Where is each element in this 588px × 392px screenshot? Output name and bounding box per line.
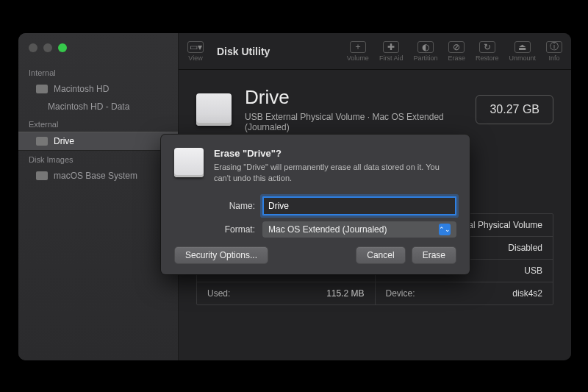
toolbar-label: Restore <box>476 54 499 62</box>
first-aid-icon: ✚ <box>383 41 399 53</box>
partition-icon: ◐ <box>417 41 434 53</box>
drive-icon <box>174 148 204 177</box>
first-aid-button[interactable]: ✚ First Aid <box>379 41 404 62</box>
info-label: Used: <box>207 288 230 299</box>
dialog-message: Erasing "Drive" will permanently erase a… <box>214 162 456 185</box>
drive-header: Drive USB External Physical Volume · Mac… <box>196 86 553 132</box>
view-icon: ▭▾ <box>187 41 204 53</box>
toolbar-label: Partition <box>413 54 437 62</box>
drive-name: Drive <box>245 86 462 109</box>
drive-subtitle: USB External Physical Volume · Mac OS Ex… <box>245 112 462 132</box>
toolbar-label: First Aid <box>379 54 404 62</box>
format-value: Mac OS Extended (Journaled) <box>268 224 387 235</box>
sidebar-item-macos-base-system[interactable]: macOS Base System <box>18 167 178 185</box>
format-select[interactable]: Mac OS Extended (Journaled) ⌃⌄ <box>262 221 456 238</box>
window-title: Disk Utility <box>217 46 270 57</box>
toolbar-label: Info <box>548 54 559 62</box>
disk-icon <box>36 85 48 93</box>
sidebar-item-label: Macintosh HD <box>54 84 109 94</box>
info-value: disk4s2 <box>512 288 542 299</box>
erase-button[interactable]: ⊘ Erase <box>448 41 465 62</box>
restore-button[interactable]: ↻ Restore <box>476 41 499 62</box>
eject-icon: ⏏ <box>514 41 531 53</box>
info-label: Device: <box>386 288 415 299</box>
partition-button[interactable]: ◐ Partition <box>413 41 437 62</box>
sidebar-item-label: macOS Base System <box>54 171 137 181</box>
toolbar-actions: ＋ Volume ✚ First Aid ◐ Partition ⊘ Erase… <box>347 41 562 62</box>
name-field[interactable] <box>262 196 456 215</box>
close-icon[interactable] <box>29 43 37 52</box>
info-value: USB <box>524 266 542 276</box>
sidebar-item-drive[interactable]: Drive <box>18 132 178 151</box>
cancel-button[interactable]: Cancel <box>356 246 405 264</box>
drive-icon <box>196 93 232 126</box>
erase-dialog: Erase "Drive"? Erasing "Drive" will perm… <box>161 135 470 274</box>
toolbar-label: View <box>188 54 202 62</box>
info-value: Disabled <box>508 243 542 253</box>
sidebar-group-disk-images: Disk Images <box>18 151 178 167</box>
info-icon: ⓘ <box>546 41 562 53</box>
erase-icon: ⊘ <box>448 41 465 53</box>
restore-icon: ↻ <box>479 41 495 53</box>
sidebar-item-macintosh-hd-data[interactable]: Macintosh HD - Data <box>18 98 178 115</box>
info-button[interactable]: ⓘ Info <box>546 41 562 62</box>
chevron-updown-icon: ⌃⌄ <box>439 224 451 235</box>
minimize-icon[interactable] <box>43 43 52 52</box>
toolbar: ▭▾ View Disk Utility ＋ Volume ✚ First Ai… <box>179 33 571 70</box>
sidebar-item-label: Macintosh HD - Data <box>48 101 129 112</box>
toolbar-label: Volume <box>347 54 369 62</box>
sidebar-group-internal: Internal <box>18 64 178 80</box>
security-options-button[interactable]: Security Options... <box>174 246 268 264</box>
disk-icon <box>36 171 48 180</box>
sidebar-group-external: External <box>18 115 178 132</box>
toolbar-label: Unmount <box>509 54 536 62</box>
maximize-icon[interactable] <box>58 43 67 52</box>
unmount-button[interactable]: ⏏ Unmount <box>509 41 536 62</box>
info-value: 115.2 MB <box>326 288 364 299</box>
window-controls <box>18 39 178 64</box>
plus-icon: ＋ <box>350 41 366 53</box>
drive-capacity: 30.27 GB <box>476 95 553 124</box>
volume-button[interactable]: ＋ Volume <box>347 41 369 62</box>
name-label: Name: <box>214 201 255 211</box>
disk-icon <box>36 137 48 146</box>
toolbar-label: Erase <box>448 54 465 62</box>
view-button[interactable]: ▭▾ View <box>187 41 204 62</box>
format-label: Format: <box>214 224 255 235</box>
sidebar-item-macintosh-hd[interactable]: Macintosh HD <box>18 80 178 98</box>
dialog-title: Erase "Drive"? <box>214 148 456 159</box>
sidebar: Internal Macintosh HD Macintosh HD - Dat… <box>18 33 179 360</box>
erase-confirm-button[interactable]: Erase <box>412 246 456 264</box>
sidebar-item-label: Drive <box>54 136 74 146</box>
